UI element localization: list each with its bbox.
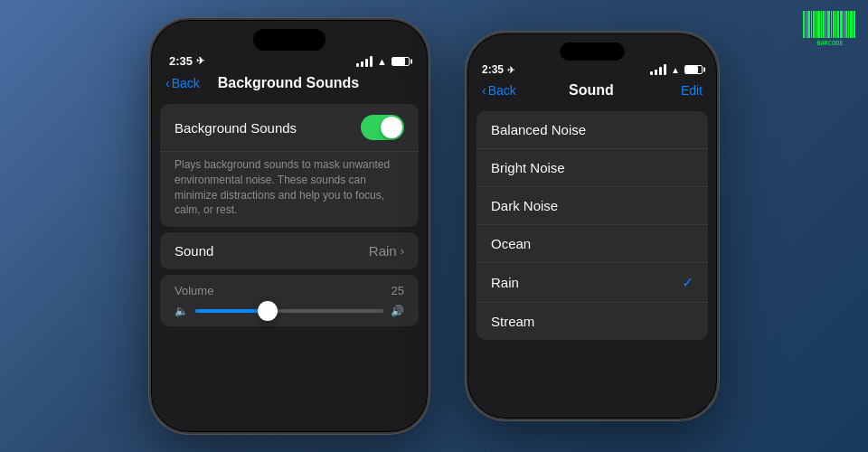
sound-item-label: Ocean xyxy=(491,236,531,251)
nav-header-left: ‹ Back Background Sounds xyxy=(151,71,428,99)
status-bar-right: 2:35 ✈ ▲ xyxy=(467,61,717,79)
svg-rect-2 xyxy=(807,11,810,38)
sound-list: Balanced NoiseBright NoiseDark NoiseOcea… xyxy=(476,111,708,340)
sound-row[interactable]: Sound Rain › xyxy=(160,232,419,269)
volume-min-icon: 🔈 xyxy=(175,305,188,317)
svg-rect-12 xyxy=(833,11,835,38)
volume-slider-container: 🔈 🔊 xyxy=(175,305,404,317)
background-sounds-description: Plays background sounds to mask unwanted… xyxy=(160,152,419,227)
svg-rect-9 xyxy=(826,11,826,38)
screen-content-right: Balanced NoiseBright NoiseDark NoiseOcea… xyxy=(467,111,717,340)
left-phone: 2:35 ✈ ▲ ‹ Back Back xyxy=(149,18,429,434)
volume-label: Volume xyxy=(175,284,213,297)
background-sounds-section: Background Sounds Plays background sound… xyxy=(160,104,419,227)
dynamic-island-right xyxy=(560,42,625,61)
battery-icon-left xyxy=(392,57,410,66)
signal-icon-left xyxy=(356,56,373,67)
sound-item-label: Dark Noise xyxy=(491,198,558,213)
svg-text:BARCODE: BARCODE xyxy=(816,40,844,47)
status-icons-left: ▲ xyxy=(356,56,410,67)
volume-value: 25 xyxy=(392,284,404,297)
background-sounds-toggle[interactable] xyxy=(361,115,404,140)
svg-rect-6 xyxy=(817,11,820,38)
sound-item[interactable]: Balanced Noise xyxy=(476,111,708,149)
wifi-icon-left: ▲ xyxy=(377,56,387,67)
battery-icon-right xyxy=(684,65,703,74)
back-button-left[interactable]: ‹ Back xyxy=(165,76,200,90)
volume-header: Volume 25 xyxy=(175,284,404,297)
edit-button[interactable]: Edit xyxy=(666,83,703,98)
back-button-right[interactable]: ‹ Back xyxy=(482,83,516,98)
status-icons-right: ▲ xyxy=(650,64,703,75)
screen-content-left: Background Sounds Plays background sound… xyxy=(151,104,428,326)
checkmark-icon: ✓ xyxy=(682,274,693,291)
svg-rect-5 xyxy=(816,11,816,38)
phones-container: 2:35 ✈ ▲ ‹ Back Back xyxy=(149,18,719,434)
location-icon: ✈ xyxy=(196,55,204,67)
svg-rect-15 xyxy=(840,11,843,38)
sound-value: Rain › xyxy=(369,243,404,259)
svg-rect-10 xyxy=(827,11,830,38)
background-sounds-row: Background Sounds xyxy=(160,104,419,152)
volume-max-icon: 🔊 xyxy=(391,305,404,317)
sound-label: Sound xyxy=(175,243,213,259)
sound-item[interactable]: Dark Noise xyxy=(476,187,708,225)
background-sounds-label: Background Sounds xyxy=(175,120,297,136)
chevron-left-icon: ‹ xyxy=(165,76,170,90)
volume-thumb[interactable] xyxy=(258,301,278,321)
sound-item-label: Stream xyxy=(491,314,534,329)
svg-rect-17 xyxy=(845,11,847,38)
wifi-icon-right: ▲ xyxy=(671,65,680,75)
svg-rect-13 xyxy=(835,11,836,38)
sound-item-label: Balanced Noise xyxy=(491,122,586,137)
svg-rect-20 xyxy=(854,11,855,38)
barcode-decoration: BARCODE xyxy=(803,11,857,51)
sound-item[interactable]: Ocean xyxy=(476,225,708,263)
volume-section: Volume 25 🔈 🔊 xyxy=(160,275,419,326)
dynamic-island-left xyxy=(253,29,326,51)
signal-icon-right xyxy=(650,64,666,75)
svg-rect-1 xyxy=(806,11,807,38)
svg-rect-4 xyxy=(813,11,815,38)
time-left: 2:35 ✈ xyxy=(169,54,204,68)
sound-item-label: Bright Noise xyxy=(491,160,565,175)
page-title-right: Sound xyxy=(569,82,614,99)
nav-header-right: ‹ Back Sound Edit xyxy=(467,79,717,106)
svg-rect-16 xyxy=(844,11,844,38)
svg-rect-18 xyxy=(848,11,849,38)
sound-item[interactable]: Bright Noise xyxy=(476,149,708,187)
location-icon-right: ✈ xyxy=(507,65,514,75)
volume-fill xyxy=(195,309,261,313)
sound-item[interactable]: Stream xyxy=(476,303,708,340)
chevron-left-icon-right: ‹ xyxy=(482,83,486,98)
volume-slider[interactable] xyxy=(195,309,383,313)
chevron-right-icon: › xyxy=(401,244,404,258)
svg-rect-3 xyxy=(811,11,812,38)
svg-rect-0 xyxy=(803,11,805,38)
svg-rect-11 xyxy=(831,11,832,38)
svg-rect-8 xyxy=(823,11,825,38)
page-title-left: Background Sounds xyxy=(218,75,359,91)
svg-rect-19 xyxy=(850,11,853,38)
right-phone: 2:35 ✈ ▲ ‹ Back Soun xyxy=(466,32,719,420)
svg-rect-7 xyxy=(821,11,822,38)
sound-section: Sound Rain › xyxy=(160,232,419,269)
svg-rect-14 xyxy=(837,11,839,38)
toggle-knob xyxy=(381,117,402,138)
sound-item[interactable]: Rain✓ xyxy=(476,263,708,303)
sound-item-label: Rain xyxy=(491,275,519,290)
time-right: 2:35 ✈ xyxy=(482,63,514,76)
status-bar-left: 2:35 ✈ ▲ xyxy=(151,51,428,71)
